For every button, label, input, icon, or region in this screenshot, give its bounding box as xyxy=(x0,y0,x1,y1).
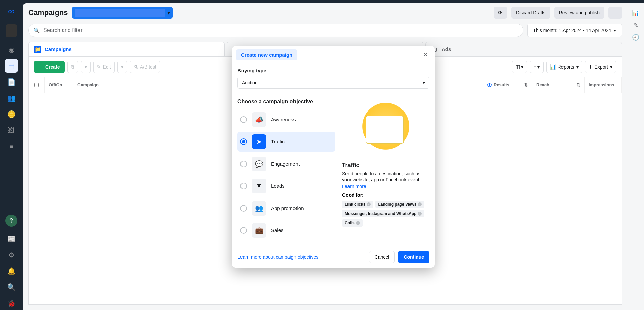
chip-calls: Callsi xyxy=(342,219,363,227)
objective-detail-desc: Send people to a destination, such as yo… xyxy=(342,171,429,183)
search-nav-icon[interactable]: 🔍 xyxy=(5,280,18,294)
modal-tab-create[interactable]: Create new campaign xyxy=(236,49,297,60)
objective-awareness[interactable]: 📣Awareness xyxy=(237,109,335,130)
modal-close-button[interactable]: ✕ xyxy=(420,49,431,60)
learn-more-link[interactable]: Learn more xyxy=(342,184,429,189)
meta-logo: ∞ xyxy=(6,6,17,17)
buying-type-label: Buying type xyxy=(237,68,429,73)
billing-icon[interactable]: 🪙 xyxy=(5,107,18,121)
ads-reporting-icon[interactable]: 📄 xyxy=(5,75,18,89)
choose-objective-heading: Choose a campaign objective xyxy=(237,99,335,105)
left-nav-rail: ∞ ◉ ▦ 📄 👥 🪙 🖼 ≡ ? 📰 ⚙ 🔔 🔍 🐞 xyxy=(0,0,23,310)
chip-link-clicks: Link clicksi xyxy=(342,201,373,208)
objective-illustration xyxy=(356,102,416,156)
modal-overlay: Create new campaign ✕ Buying type Auctio… xyxy=(23,3,644,310)
funnel-icon: ▼ xyxy=(252,179,266,193)
account-switcher[interactable] xyxy=(6,24,17,37)
chevron-down-icon: ▾ xyxy=(423,80,425,85)
bug-icon[interactable]: 🐞 xyxy=(5,297,18,310)
info-icon[interactable]: i xyxy=(356,221,360,225)
continue-button[interactable]: Continue xyxy=(398,251,429,263)
feed-icon[interactable]: 📰 xyxy=(5,232,18,246)
help-button[interactable]: ? xyxy=(5,215,17,227)
creative-icon[interactable]: 🖼 xyxy=(5,124,18,137)
good-for-label: Good for: xyxy=(342,192,429,198)
objective-traffic[interactable]: ➤Traffic xyxy=(237,132,335,152)
objective-leads[interactable]: ▼Leads xyxy=(237,176,335,196)
overview-icon[interactable]: ◉ xyxy=(5,43,18,56)
objective-detail-title: Traffic xyxy=(342,162,429,169)
chat-icon: 💬 xyxy=(252,157,266,171)
briefcase-icon: 💼 xyxy=(252,223,266,238)
campaigns-tab-icon[interactable]: ▦ xyxy=(5,59,18,73)
info-icon[interactable]: i xyxy=(418,202,422,206)
learn-objectives-link[interactable]: Learn more about campaign objectives xyxy=(237,254,318,260)
objective-engagement[interactable]: 💬Engagement xyxy=(237,154,335,174)
objective-sales[interactable]: 💼Sales xyxy=(237,220,335,240)
buying-type-select[interactable]: Auction ▾ xyxy=(237,77,429,89)
cursor-icon: ➤ xyxy=(252,134,266,149)
settings-icon[interactable]: ⚙ xyxy=(5,248,18,262)
megaphone-icon: 📣 xyxy=(252,112,266,127)
audiences-icon[interactable]: 👥 xyxy=(5,91,18,105)
people-icon: 👥 xyxy=(252,201,266,216)
chip-landing-page-views: Landing page viewsi xyxy=(375,201,424,208)
info-icon[interactable]: i xyxy=(418,212,422,216)
chip-messenger: Messenger, Instagram and WhatsAppi xyxy=(342,210,424,217)
create-campaign-modal: Create new campaign ✕ Buying type Auctio… xyxy=(232,46,435,268)
info-icon[interactable]: i xyxy=(367,202,371,206)
cancel-button[interactable]: Cancel xyxy=(369,251,395,263)
notifications-icon[interactable]: 🔔 xyxy=(5,264,18,278)
objective-app-promotion[interactable]: 👥App promotion xyxy=(237,198,335,218)
all-tools-icon[interactable]: ≡ xyxy=(5,140,18,153)
